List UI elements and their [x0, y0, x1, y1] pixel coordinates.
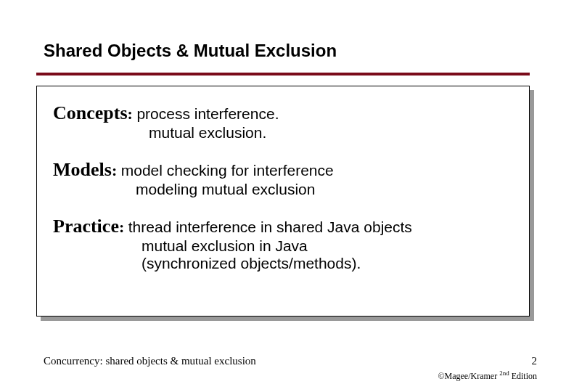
title-area: Shared Objects & Mutual Exclusion — [0, 0, 566, 67]
section-practice: Practice: thread interference in shared … — [53, 216, 513, 272]
copyright-prefix: ©Magee/Kramer — [438, 371, 499, 381]
concepts-colon: : — [128, 105, 137, 123]
models-line2: modeling mutual exclusion — [136, 181, 513, 198]
models-label: Models — [53, 159, 112, 180]
models-line1: model checking for interference — [121, 162, 334, 179]
footer: Concurrency: shared objects & mutual exc… — [44, 355, 537, 367]
practice-line3: (synchronized objects/methods). — [142, 255, 513, 272]
footer-left: Concurrency: shared objects & mutual exc… — [44, 355, 256, 367]
content-box: Concepts: process interference. mutual e… — [36, 86, 530, 317]
models-colon: : — [112, 161, 121, 179]
concepts-label: Concepts — [53, 102, 128, 123]
practice-label: Practice — [53, 216, 119, 237]
practice-line1: thread interference in shared Java objec… — [128, 219, 412, 235]
copyright-sup: 2nd — [499, 369, 509, 377]
concepts-line2: mutual exclusion. — [149, 124, 513, 142]
section-concepts: Concepts: process interference. mutual e… — [53, 102, 513, 142]
copyright-suffix: Edition — [509, 371, 537, 381]
concepts-line1: process interference. — [136, 105, 279, 122]
section-models: Models: model checking for interference … — [53, 159, 513, 198]
slide-title: Shared Objects & Mutual Exclusion — [44, 41, 522, 61]
content-frame: Concepts: process interference. mutual e… — [36, 86, 530, 317]
practice-line2: mutual exclusion in Java — [142, 237, 513, 255]
title-rule — [36, 73, 530, 75]
page-number: 2 — [532, 355, 538, 367]
copyright: ©Magee/Kramer 2nd Edition — [438, 369, 537, 382]
slide: Shared Objects & Mutual Exclusion Concep… — [0, 0, 566, 392]
practice-colon: : — [119, 218, 128, 236]
